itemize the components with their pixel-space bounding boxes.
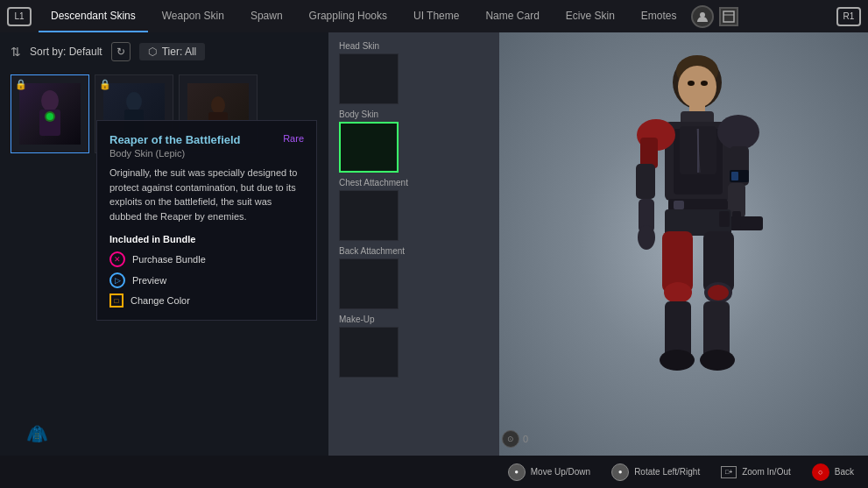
svg-point-35 <box>664 282 692 303</box>
zoom-button: □+ <box>721 466 737 478</box>
svg-point-24 <box>638 225 655 250</box>
svg-point-14 <box>688 81 695 86</box>
svg-rect-32 <box>674 201 684 209</box>
svg-rect-44 <box>732 211 741 227</box>
character-figure <box>561 34 807 455</box>
tab-ui-theme[interactable]: UI Theme <box>401 0 471 32</box>
preview-icon: ▷ <box>109 272 125 288</box>
slot-back-attachment[interactable]: Back Attachment <box>339 246 489 309</box>
svg-rect-1 <box>723 11 734 22</box>
skin-popup: Reaper of the Battlefield Body Skin (Lep… <box>96 120 317 321</box>
back-box[interactable] <box>339 258 399 309</box>
svg-point-6 <box>46 113 53 120</box>
rotate-hint: ● Rotate Left/Right <box>611 463 700 481</box>
change-color-icon: □ <box>109 294 123 308</box>
makeup-box[interactable] <box>339 327 399 378</box>
popup-subtitle: Body Skin (Lepic) <box>109 148 241 159</box>
svg-point-40 <box>708 285 729 301</box>
popup-description: Originally, the suit was specially desig… <box>109 166 304 223</box>
svg-point-7 <box>126 92 142 111</box>
head-skin-box[interactable] <box>339 53 399 104</box>
slot-make-up[interactable]: Make-Up <box>339 315 489 378</box>
move-hint: ● Move Up/Down <box>508 463 590 481</box>
right-slots: Head Skin Body Skin Chest Attachment Bac… <box>328 32 499 456</box>
l1-button[interactable]: L1 <box>7 7 32 26</box>
body-skin-label: Body Skin <box>339 110 489 119</box>
svg-rect-22 <box>636 164 655 199</box>
tab-emotes[interactable]: Emotes <box>629 0 689 32</box>
left-panel: ⇅ Sort by: Default ↻ ⬡ Tier: All 🔒 🔒 <box>0 32 328 456</box>
svg-point-15 <box>701 81 708 86</box>
bottom-bar: ● Move Up/Down ● Rotate Left/Right □+ Zo… <box>0 456 868 488</box>
svg-point-37 <box>660 350 695 371</box>
sort-bar: ⇅ Sort by: Default ↻ ⬡ Tier: All <box>0 32 328 71</box>
makeup-label: Make-Up <box>339 315 489 324</box>
body-skin-box[interactable] <box>339 122 399 173</box>
change-color-label: Change Color <box>131 295 190 306</box>
purchase-label: Purchase Bundle <box>132 254 206 265</box>
tier-icon: ⬡ <box>148 46 157 58</box>
purchase-icon: ✕ <box>109 251 125 267</box>
head-skin-label: Head Skin <box>339 41 489 51</box>
tab-weapon-skin[interactable]: Weapon Skin <box>150 0 236 32</box>
tier-filter[interactable]: ⬡ Tier: All <box>139 43 206 60</box>
slot-head-skin[interactable]: Head Skin <box>339 41 489 104</box>
tab-descendant-skins[interactable]: Descendant Skins <box>39 0 148 32</box>
popup-bundle-label: Included in Bundle <box>109 234 304 244</box>
move-button: ● <box>508 463 526 481</box>
svg-rect-21 <box>640 138 658 168</box>
zoom-hint: □+ Zoom In/Out <box>721 466 791 478</box>
slot-chest-attachment[interactable]: Chest Attachment <box>339 178 489 241</box>
preview-row[interactable]: ▷ Preview <box>109 272 304 288</box>
tab-ecive-skin[interactable]: Ecive Skin <box>554 0 627 32</box>
chest-label: Chest Attachment <box>339 178 489 187</box>
tab-grappling-hooks[interactable]: Grappling Hooks <box>297 0 399 32</box>
sort-icon: ⇅ <box>11 45 21 59</box>
svg-point-3 <box>41 90 59 111</box>
back-label: Back Attachment <box>339 246 489 256</box>
svg-point-25 <box>717 115 759 150</box>
svg-rect-47 <box>731 172 738 180</box>
back-button[interactable]: ○ <box>812 463 829 481</box>
skin-thumb-1 <box>19 83 81 145</box>
lock-icon-1: 🔒 <box>15 79 27 90</box>
sort-label[interactable]: Sort by: Default <box>30 46 102 58</box>
popup-actions: ✕ Purchase Bundle ▷ Preview □ Change Col… <box>109 251 304 308</box>
top-nav: L1 Descendant Skins Weapon Skin Spawn Gr… <box>0 0 868 32</box>
profile-icon[interactable] <box>691 5 714 28</box>
rotate-button: ● <box>611 463 629 481</box>
svg-point-9 <box>211 96 225 114</box>
refresh-button[interactable]: ↻ <box>111 42 131 61</box>
hanger-icon: 🧥 <box>26 423 48 444</box>
change-color-row[interactable]: □ Change Color <box>109 294 304 308</box>
tab-name-card[interactable]: Name Card <box>473 0 551 32</box>
settings-icon[interactable] <box>719 7 738 26</box>
tab-spawn[interactable]: Spawn <box>238 0 295 32</box>
svg-point-42 <box>700 350 735 371</box>
chest-box[interactable] <box>339 190 399 241</box>
popup-rarity: Rare <box>283 133 304 144</box>
lock-icon-2: 🔒 <box>99 79 111 90</box>
svg-point-13 <box>678 66 716 108</box>
r1-button[interactable]: R1 <box>836 7 861 26</box>
tier-label: Tier: All <box>162 46 197 58</box>
count-display: ⊙ 0 <box>502 430 528 448</box>
nav-icons <box>691 5 738 28</box>
slot-body-skin[interactable]: Body Skin <box>339 110 489 173</box>
purchase-row[interactable]: ✕ Purchase Bundle <box>109 251 304 267</box>
preview-label: Preview <box>132 275 166 286</box>
popup-title: Reaper of the Battlefield <box>109 133 241 146</box>
character-area <box>499 32 868 456</box>
svg-rect-43 <box>719 211 730 227</box>
skin-item-1[interactable]: 🔒 <box>11 74 89 153</box>
back-hint: ○ Back <box>812 463 854 481</box>
popup-title-row: Reaper of the Battlefield Body Skin (Lep… <box>109 133 304 162</box>
